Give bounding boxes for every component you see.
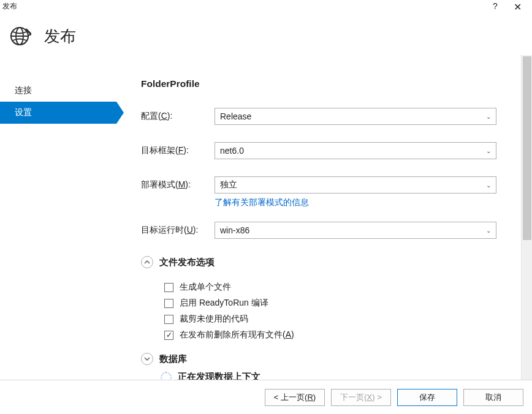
prev-button[interactable]: < 上一页(R) xyxy=(265,389,325,406)
label-target-runtime: 目标运行时(U): xyxy=(141,225,215,236)
sidebar-item-settings[interactable]: 设置 xyxy=(0,102,116,124)
settings-panel: FolderProfile 配置(C): Release ⌄ 目标框架(F): … xyxy=(116,55,532,380)
file-publish-options-list: 生成单个文件 启用 ReadyToRun 编译 裁剪未使用的代码 在发布前删除所… xyxy=(141,274,522,349)
loading-text: 正在发现数据上下文 xyxy=(178,371,260,380)
checkbox[interactable] xyxy=(164,283,173,292)
dropdown-value: win-x86 xyxy=(220,225,486,235)
chevron-down-icon: ⌄ xyxy=(486,182,491,189)
checkbox[interactable] xyxy=(164,331,173,340)
profile-name: FolderProfile xyxy=(141,78,522,89)
cancel-button[interactable]: 取消 xyxy=(463,389,523,406)
dropdown-configuration[interactable]: Release ⌄ xyxy=(215,108,496,125)
section-title: 数据库 xyxy=(159,353,187,365)
database-loading-row: 正在发现数据上下文 xyxy=(141,371,522,380)
sidebar: 连接 设置 xyxy=(0,55,116,380)
spinner-icon xyxy=(161,372,172,380)
section-file-publish-options: 文件发布选项 xyxy=(141,256,522,268)
chevron-down-icon: ⌄ xyxy=(486,113,491,120)
expander-toggle-database[interactable] xyxy=(141,353,153,365)
check-row-single-file[interactable]: 生成单个文件 xyxy=(164,282,522,293)
page-title: 发布 xyxy=(44,26,76,47)
checkbox-label: 裁剪未使用的代码 xyxy=(180,314,248,325)
checkbox[interactable] xyxy=(164,315,173,324)
help-icon[interactable]: ? xyxy=(484,1,506,11)
sidebar-item-label: 设置 xyxy=(15,107,32,118)
dropdown-target-runtime[interactable]: win-x86 ⌄ xyxy=(215,222,496,239)
checkbox[interactable] xyxy=(164,299,173,308)
checkbox-label: 在发布前删除所有现有文件(A) xyxy=(180,329,294,341)
title-bar: 发布 ? ✕ xyxy=(0,0,532,17)
next-button: 下一页(X) > xyxy=(331,389,391,406)
check-row-trim-unused[interactable]: 裁剪未使用的代码 xyxy=(164,314,522,325)
chevron-down-icon: ⌄ xyxy=(486,227,491,234)
row-target-framework: 目标框架(F): net6.0 ⌄ xyxy=(141,142,522,159)
expander-toggle-file-options[interactable] xyxy=(141,256,153,268)
label-configuration: 配置(C): xyxy=(141,111,215,122)
section-title: 文件发布选项 xyxy=(159,257,215,268)
save-button[interactable]: 保存 xyxy=(397,389,457,406)
window-title: 发布 xyxy=(2,1,17,12)
check-row-ready-to-run[interactable]: 启用 ReadyToRun 编译 xyxy=(164,298,522,309)
row-configuration: 配置(C): Release ⌄ xyxy=(141,108,522,125)
dropdown-value: net6.0 xyxy=(220,146,486,156)
checkbox-label: 生成单个文件 xyxy=(180,282,231,293)
vertical-scrollbar[interactable] xyxy=(521,55,532,380)
link-deployment-mode-info[interactable]: 了解有关部署模式的信息 xyxy=(215,197,522,208)
section-database: 数据库 xyxy=(141,353,522,365)
label-deployment-mode: 部署模式(M): xyxy=(141,179,215,190)
close-icon[interactable]: ✕ xyxy=(506,1,528,13)
row-deployment-mode: 部署模式(M): 独立 ⌄ xyxy=(141,176,522,194)
check-row-delete-existing[interactable]: 在发布前删除所有现有文件(A) xyxy=(164,329,522,341)
dialog-header: 发布 xyxy=(0,17,532,55)
row-target-runtime: 目标运行时(U): win-x86 ⌄ xyxy=(141,222,522,239)
scrollbar-thumb[interactable] xyxy=(523,56,531,240)
dropdown-target-framework[interactable]: net6.0 ⌄ xyxy=(215,142,496,159)
chevron-down-icon: ⌄ xyxy=(486,148,491,154)
label-target-framework: 目标框架(F): xyxy=(141,145,215,156)
dropdown-deployment-mode[interactable]: 独立 ⌄ xyxy=(215,176,496,194)
checkbox-label: 启用 ReadyToRun 编译 xyxy=(180,298,268,309)
sidebar-item-connection[interactable]: 连接 xyxy=(0,80,116,102)
globe-icon xyxy=(7,24,32,48)
dialog-footer: < 上一页(R) 下一页(X) > 保存 取消 xyxy=(0,380,532,414)
dropdown-value: 独立 xyxy=(220,179,486,190)
dropdown-value: Release xyxy=(220,111,486,121)
sidebar-item-label: 连接 xyxy=(15,85,32,96)
